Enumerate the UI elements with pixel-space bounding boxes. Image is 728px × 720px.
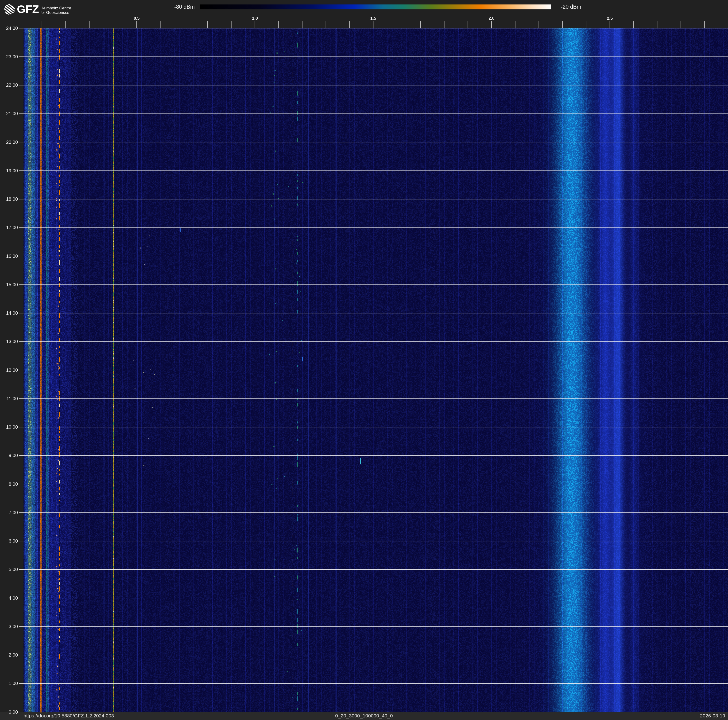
spectrogram-page: { "header": { "logo": { "text": "GFZ", "… (0, 0, 728, 720)
colorbar-max-label: -20 dBm (561, 4, 581, 10)
gfz-globe-icon (4, 4, 15, 15)
colorbar-min-label: -80 dBm (152, 4, 195, 10)
spectrogram-canvas (0, 0, 728, 720)
logo-wordmark: GFZ (17, 4, 39, 15)
footer-date: 2026-03-19 (700, 713, 725, 719)
logo-subtitle-line1: Helmholtz Centre (40, 6, 71, 10)
logo-subtitle: Helmholtz Centre for Geosciences (40, 6, 71, 15)
gfz-logo (4, 4, 15, 16)
footer-dataset-id: 0_20_3000_100000_40_0 (0, 713, 728, 719)
colorbar-gradient (200, 5, 551, 9)
logo-subtitle-line2: for Geosciences (40, 10, 71, 15)
